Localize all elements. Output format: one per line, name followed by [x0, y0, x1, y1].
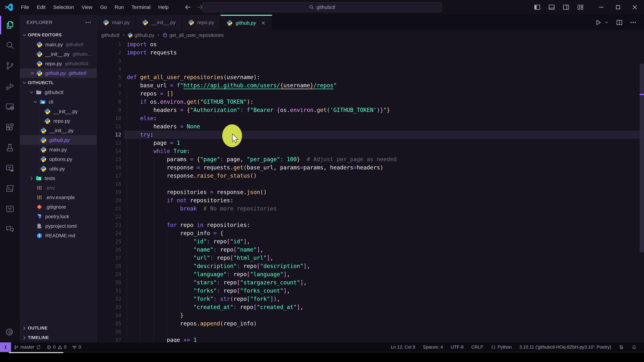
- customize-layout-icon[interactable]: [577, 4, 584, 11]
- code-line-25[interactable]: 25"id": repo["id"],: [97, 237, 644, 246]
- tab-repo-py[interactable]: repo.py: [182, 15, 220, 30]
- tab-main-py[interactable]: main.py: [97, 15, 136, 30]
- code-line-21[interactable]: 21break # No more repositories: [97, 204, 644, 213]
- activity-explorer[interactable]: [0, 15, 20, 35]
- remote-indicator[interactable]: [0, 343, 11, 352]
- code-line-6[interactable]: 6base_url = f"https://api.github.com/use…: [97, 81, 644, 89]
- open-editor-item[interactable]: main.pygithubctl: [20, 40, 96, 49]
- activity-comments[interactable]: [0, 219, 20, 240]
- code-line-10[interactable]: 10else:: [97, 114, 644, 122]
- tree-item-poetry-lock[interactable]: poetry.lock: [20, 212, 96, 221]
- status-item-python[interactable]: Python: [488, 343, 514, 352]
- problems-status[interactable]: 0 0: [44, 343, 69, 352]
- activity-search[interactable]: [0, 35, 20, 56]
- toggle-secondary-sidebar-icon[interactable]: [562, 4, 570, 11]
- tree-item--init-py[interactable]: __init__.py: [20, 126, 96, 135]
- status-item-3-10-11-githubctl-hoq-8z[interactable]: 3.10.11 ('githubctl-HOq-8ZbH-py3.10': Po…: [517, 343, 614, 352]
- tree-item-tests[interactable]: tests: [20, 173, 96, 183]
- close-icon[interactable]: [261, 20, 266, 25]
- activity-container-cloud[interactable]: [0, 158, 20, 178]
- tree-item--env-example[interactable]: .env.example: [20, 193, 96, 202]
- activity-terminal-tool[interactable]: [0, 178, 20, 199]
- menu-item-file[interactable]: File: [17, 2, 33, 12]
- breadcrumb-item[interactable]: get_all_user_repositories: [170, 32, 224, 38]
- ports-status[interactable]: 0: [69, 343, 84, 352]
- open-editor-item[interactable]: repo.pygithubctl\cli: [20, 59, 96, 68]
- toggle-panel-icon[interactable]: [548, 4, 555, 11]
- code-line-35[interactable]: 35repos.append(repo_info): [97, 320, 644, 328]
- activity-testing[interactable]: [0, 137, 20, 158]
- code-line-4[interactable]: 4: [97, 65, 644, 73]
- arrow-left-icon[interactable]: [184, 3, 192, 11]
- code-line-36[interactable]: 36: [97, 328, 644, 336]
- breadcrumb-item[interactable]: githubctl: [101, 32, 120, 38]
- code-line-3[interactable]: 3: [97, 57, 644, 65]
- code-line-28[interactable]: 28"description": repo["description"],: [97, 262, 644, 270]
- activity-package-box[interactable]: [0, 199, 20, 219]
- menu-item-run[interactable]: Run: [111, 2, 128, 12]
- tab-github-py[interactable]: github.py: [220, 15, 272, 30]
- tree-item-pyproject-toml[interactable]: pyproject.toml: [20, 221, 96, 231]
- maximize-icon[interactable]: [614, 4, 622, 11]
- command-center-search[interactable]: githubctl: [202, 2, 442, 12]
- code-line-31[interactable]: 31"forks": repo["forks_count"],: [97, 287, 644, 295]
- close-icon[interactable]: [631, 4, 638, 11]
- run-button-icon[interactable]: [595, 19, 602, 26]
- tree-item-repo-py[interactable]: repo.py: [20, 116, 96, 126]
- tree-item-github-py[interactable]: github.py: [20, 135, 96, 145]
- tree-item-cli[interactable]: cli: [20, 97, 96, 107]
- tree-item-README-md[interactable]: README.md: [20, 231, 96, 240]
- activity-remote-explorer[interactable]: [0, 96, 20, 117]
- status-item-spaces-4[interactable]: Spaces: 4: [420, 343, 446, 352]
- menu-item-edit[interactable]: Edit: [33, 2, 49, 12]
- code-line-18[interactable]: 18: [97, 180, 644, 188]
- tree-item-githubctl[interactable]: githubctl: [20, 87, 96, 97]
- code-line-15[interactable]: 15params = {"page": page, "per_page": 10…: [97, 155, 644, 163]
- code-line-19[interactable]: 19repositories = response.json(): [97, 188, 644, 196]
- menu-item-help[interactable]: Help: [154, 2, 172, 12]
- code-line-30[interactable]: 30"stars": repo["stargazers_count"],: [97, 278, 644, 287]
- code-line-22[interactable]: 22: [97, 213, 644, 221]
- code-line-23[interactable]: 23for repo in repositories:: [97, 221, 644, 229]
- more-actions-icon[interactable]: [630, 19, 636, 26]
- menu-item-selection[interactable]: Selection: [49, 2, 78, 12]
- code-line-13[interactable]: 13page = 1: [97, 139, 644, 147]
- activity-source-control[interactable]: [0, 56, 20, 76]
- close-icon[interactable]: [30, 71, 35, 76]
- status-item-ln-12-col-9[interactable]: Ln 12, Col 9: [388, 343, 418, 352]
- code-line-24[interactable]: 24repo_info = {: [97, 229, 644, 237]
- code-line-7[interactable]: 7repos = []: [97, 89, 644, 98]
- breadcrumb-item[interactable]: github.py: [134, 32, 154, 38]
- code-line-34[interactable]: 34}: [97, 311, 644, 320]
- code-line-1[interactable]: 1import os: [97, 40, 644, 48]
- code-line-20[interactable]: 20if not repositories:: [97, 196, 644, 204]
- code-line-8[interactable]: 8if os.environ.get("GITHUB_TOKEN"):: [97, 98, 644, 106]
- editor-scrollbar[interactable]: [640, 64, 644, 252]
- status-item[interactable]: [616, 343, 626, 352]
- outline-section-header[interactable]: OUTLINE: [20, 323, 96, 333]
- activity-run-debug[interactable]: [0, 76, 20, 96]
- ellipsis-icon[interactable]: [85, 19, 92, 26]
- tree-item-options-py[interactable]: options.py: [20, 154, 96, 164]
- toggle-sidebar-icon[interactable]: [534, 4, 541, 11]
- code-line-17[interactable]: 17response.raise_for_status(): [97, 172, 644, 180]
- code-line-16[interactable]: 16response = requests.get(base_url, para…: [97, 163, 644, 172]
- tree-item-main-py[interactable]: main.py: [20, 145, 96, 154]
- tree-item--init-py[interactable]: __init__.py: [20, 107, 96, 116]
- menu-item-view[interactable]: View: [78, 2, 96, 12]
- tree-item--gitignore[interactable]: .gitignore: [20, 202, 96, 212]
- tree-item-utils-py[interactable]: utils.py: [20, 164, 96, 173]
- minimize-icon[interactable]: [598, 4, 605, 11]
- run-dropdown-icon[interactable]: [604, 20, 609, 25]
- open-editors-header[interactable]: OPEN EDITORS: [20, 30, 96, 40]
- code-editor[interactable]: 1import os2import requests345def get_all…: [97, 40, 644, 343]
- code-line-12[interactable]: 12try:: [97, 131, 644, 139]
- open-editor-item[interactable]: __init__.pygithubc...: [20, 49, 96, 59]
- code-line-27[interactable]: 27"url": repo["html_url"],: [97, 254, 644, 262]
- code-line-33[interactable]: 33"created_at": repo["created_at"],: [97, 303, 644, 311]
- code-line-26[interactable]: 26"name": repo["name"],: [97, 246, 644, 254]
- code-line-37[interactable]: 37page += 1: [97, 336, 644, 343]
- tab--init-py[interactable]: __init__.py: [136, 15, 182, 30]
- menu-item-terminal[interactable]: Terminal: [128, 2, 154, 12]
- tree-item--env[interactable]: .env: [20, 183, 96, 193]
